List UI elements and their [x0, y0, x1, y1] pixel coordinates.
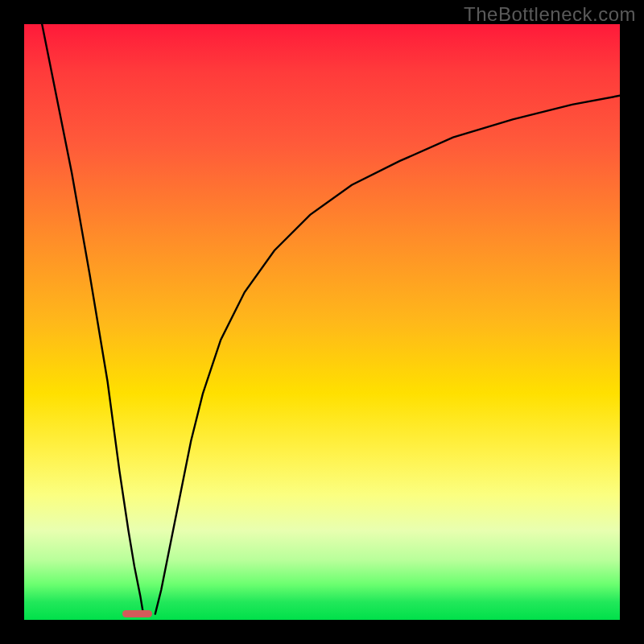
- plot-area: [24, 24, 620, 620]
- curve-right-branch: [155, 96, 620, 614]
- curve-layer: [24, 24, 620, 620]
- watermark-text: TheBottleneck.com: [464, 3, 636, 26]
- curve-left-branch: [42, 24, 143, 614]
- chart-frame: TheBottleneck.com: [0, 0, 644, 644]
- min-marker-pill: [122, 610, 152, 617]
